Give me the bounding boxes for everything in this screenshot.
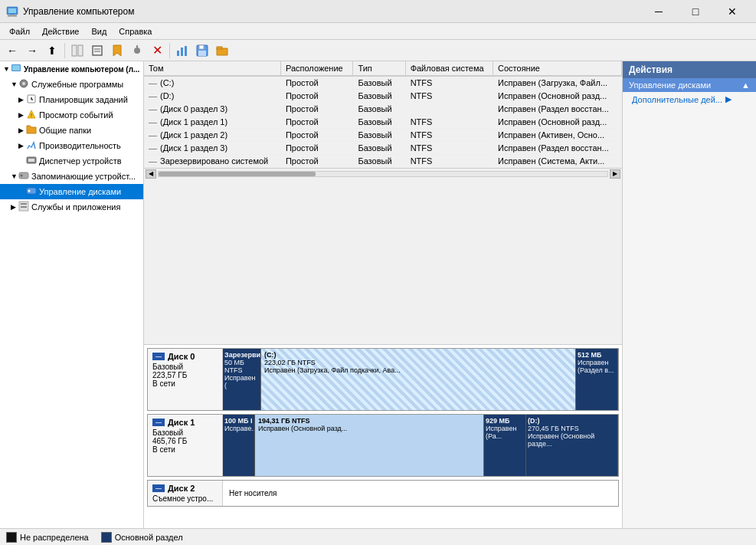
cell-vol: —(Диск 1 раздел 3) xyxy=(144,142,280,155)
sidebar-item-service[interactable]: ▼ Служебные программы xyxy=(0,77,143,92)
minimize-button[interactable]: ─ xyxy=(641,0,676,23)
col-loc[interactable]: Расположение xyxy=(280,61,352,76)
table-row[interactable]: —(Диск 1 раздел 2) Простой Базовый NTFS … xyxy=(144,129,622,142)
disk2-label: — Диск 2 Съемное устро... xyxy=(148,481,223,506)
main-container: ▼ Управление компьютером (л... ▼ Служебн… xyxy=(0,61,756,528)
col-type[interactable]: Тип xyxy=(353,61,405,76)
table-row[interactable]: —(Диск 1 раздел 3) Простой Базовый NTFS … xyxy=(144,142,622,155)
cell-type: Базовый xyxy=(353,76,405,90)
table-row[interactable]: —(Диск 1 раздел 1) Простой Базовый NTFS … xyxy=(144,116,622,129)
disk1-part4[interactable]: (D:) 270,45 ГБ NTFS Исправен (Основной р… xyxy=(526,415,618,476)
cell-type: Базовый xyxy=(353,142,405,155)
svg-marker-9 xyxy=(113,45,121,56)
disk2-name: — Диск 2 xyxy=(152,484,218,493)
save-button[interactable] xyxy=(193,41,211,60)
storage-icon xyxy=(18,170,29,182)
disk1-part3[interactable]: 929 МБ Исправен (Ра... xyxy=(484,415,526,476)
disk0-part-sysres[interactable]: Зарезерви... 50 МБ NTFS Исправен ( xyxy=(223,349,261,410)
disk1-name: — Диск 1 xyxy=(152,418,218,427)
eventviewer-icon: ! xyxy=(26,109,37,121)
pin-button[interactable] xyxy=(128,41,146,60)
h-scrollbar[interactable]: ◀ ▶ xyxy=(144,168,622,179)
actions-link-more[interactable]: Дополнительные дей... ▶ xyxy=(623,92,756,107)
bookmark-button[interactable] xyxy=(108,41,126,60)
close-button[interactable]: ✕ xyxy=(715,0,750,23)
sidebar-item-performance[interactable]: ▶ Производительность xyxy=(0,138,143,153)
table-row[interactable]: —(D:) Простой Базовый NTFS Исправен (Осн… xyxy=(144,90,622,103)
cell-fs: NTFS xyxy=(405,76,493,90)
title-bar: Управление компьютером ─ □ ✕ xyxy=(0,0,756,23)
sidebar-item-scheduler[interactable]: ▶ Планировщик заданий xyxy=(0,92,143,107)
legend-unallocated-box xyxy=(6,532,17,543)
sidebar-item-devmanager[interactable]: Диспетчер устройств xyxy=(0,153,143,169)
delete-button[interactable]: ✕ xyxy=(148,41,166,60)
disk1-label: — Диск 1 Базовый 465,76 ГБ В сети xyxy=(148,415,223,476)
sidebar-item-storage[interactable]: ▼ Запоминающие устройст... xyxy=(0,169,143,184)
table-row[interactable]: —Зарезервировано системой Простой Базовы… xyxy=(144,155,622,168)
col-vol[interactable]: Том xyxy=(144,61,280,76)
legend-primary: Основной раздел xyxy=(101,532,183,543)
disk0-part-c[interactable]: (C:) 223,02 ГБ NTFS Исправен (Загрузка, … xyxy=(261,349,576,410)
content-area: Том Расположение Тип Файловая система Со… xyxy=(144,61,622,528)
properties-button[interactable] xyxy=(88,41,106,60)
sharedfolders-icon xyxy=(26,124,37,136)
menu-action[interactable]: Действие xyxy=(36,25,85,38)
cell-status: Исправен (Раздел восстан... xyxy=(493,103,622,116)
svg-rect-34 xyxy=(21,203,27,205)
disk1-partitions: 100 МБ I Исправе... 194,31 ГБ NTFS Испра… xyxy=(223,415,618,476)
root-label: Управление компьютером (л... xyxy=(24,65,139,74)
disk0-name: — Диск 0 xyxy=(152,352,218,361)
table-area: Том Расположение Тип Файловая система Со… xyxy=(144,61,622,345)
scheduler-arrow: ▶ xyxy=(18,96,26,103)
sidebar-root[interactable]: ▼ Управление компьютером (л... xyxy=(0,61,143,77)
cell-fs: NTFS xyxy=(405,142,493,155)
sidebar-item-services[interactable]: ▶ Службы и приложения xyxy=(0,199,143,215)
cell-type: Базовый xyxy=(353,116,405,129)
svg-point-10 xyxy=(134,48,140,54)
disk1-part1[interactable]: 100 МБ I Исправе... xyxy=(223,415,255,476)
disk0-part-recovery[interactable]: 512 МБ Исправен (Раздел в... xyxy=(576,349,618,410)
hscroll-right[interactable]: ▶ xyxy=(610,169,620,179)
legend-unallocated: Не распределена xyxy=(6,532,89,543)
svg-rect-12 xyxy=(177,51,179,56)
actions-title: Действия xyxy=(623,61,756,78)
performance-arrow: ▶ xyxy=(18,142,26,149)
cell-loc: Простой xyxy=(280,129,352,142)
menu-view[interactable]: Вид xyxy=(85,25,113,38)
hscroll-track[interactable] xyxy=(158,171,608,177)
show-hide-button[interactable] xyxy=(68,41,87,60)
hscroll-thumb[interactable] xyxy=(159,172,316,176)
svg-rect-3 xyxy=(10,15,15,16)
disk1-part2[interactable]: 194,31 ГБ NTFS Исправен (Основной разд..… xyxy=(255,415,484,476)
disk0-row: — Диск 0 Базовый 223,57 ГБ В сети Зарезе… xyxy=(147,348,619,411)
table-row[interactable]: —(C:) Простой Базовый NTFS Исправен (Заг… xyxy=(144,76,622,90)
devmanager-icon xyxy=(26,155,37,167)
actions-section-diskmgmt[interactable]: Управление дисками ▲ xyxy=(623,78,756,92)
sidebar-item-sharedfolders[interactable]: ▶ Общие папки xyxy=(0,123,143,138)
table-row[interactable]: —(Диск 0 раздел 3) Простой Базовый Испра… xyxy=(144,103,622,116)
col-status[interactable]: Состояние xyxy=(493,61,622,76)
hscroll-left[interactable]: ◀ xyxy=(146,169,156,179)
maximize-button[interactable]: □ xyxy=(678,0,713,23)
eventviewer-arrow: ▶ xyxy=(18,111,26,119)
cell-status: Исправен (Основной разд... xyxy=(493,90,622,103)
up-button[interactable]: ⬆ xyxy=(43,41,61,60)
sidebar-item-diskmgmt[interactable]: Управление дисками xyxy=(0,184,143,199)
cell-loc: Простой xyxy=(280,155,352,168)
menu-help[interactable]: Справка xyxy=(113,25,158,38)
sidebar-item-eventviewer[interactable]: ▶ ! Просмотр событий xyxy=(0,107,143,123)
legend-primary-box xyxy=(101,532,112,543)
back-button[interactable]: ← xyxy=(3,41,21,60)
svg-rect-35 xyxy=(21,206,27,208)
chart-button[interactable] xyxy=(173,41,191,60)
service-icon xyxy=(18,78,29,90)
cell-type: Базовый xyxy=(353,155,405,168)
svg-point-30 xyxy=(21,175,23,177)
col-fs[interactable]: Файловая система xyxy=(405,61,493,76)
svg-rect-14 xyxy=(185,46,187,56)
forward-button[interactable]: → xyxy=(23,41,41,60)
actions-panel: Действия Управление дисками ▲ Дополнител… xyxy=(622,61,756,528)
performance-label: Производительность xyxy=(39,141,121,150)
menu-file[interactable]: Файл xyxy=(3,25,36,38)
open-button[interactable] xyxy=(213,41,231,60)
